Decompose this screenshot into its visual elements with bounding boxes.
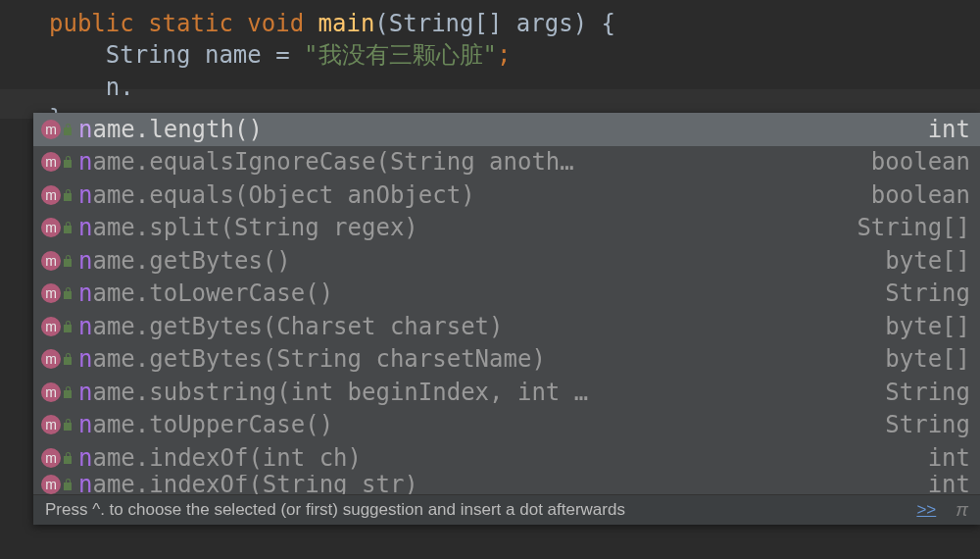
- pi-icon[interactable]: π: [956, 499, 968, 521]
- autocomplete-item[interactable]: mname.indexOf(String str)int: [33, 475, 980, 494]
- item-return-type: byte[]: [885, 247, 970, 275]
- item-label: name.indexOf(int ch): [78, 444, 910, 472]
- code-line-3: n.: [49, 72, 980, 103]
- item-icon-wrap: m: [41, 448, 73, 468]
- autocomplete-item[interactable]: mname.getBytes(Charset charset)byte[]: [33, 310, 980, 343]
- paren-open: (: [374, 10, 388, 37]
- item-label: name.equalsIgnoreCase(String anoth…: [78, 148, 854, 176]
- method-icon: m: [41, 251, 61, 271]
- autocomplete-footer: Press ^. to choose the selected (or firs…: [33, 494, 980, 525]
- item-icon-wrap: m: [41, 283, 73, 303]
- method-icon: m: [41, 382, 61, 402]
- method-icon: m: [41, 317, 61, 336]
- lock-icon: [63, 320, 73, 333]
- item-label: name.getBytes(String charsetName): [78, 345, 867, 373]
- autocomplete-popup: mname.length()intmname.equalsIgnoreCase(…: [33, 113, 980, 525]
- item-icon-wrap: m: [41, 415, 73, 434]
- item-return-type: int: [928, 475, 970, 494]
- item-icon-wrap: m: [41, 152, 73, 172]
- item-icon-wrap: m: [41, 349, 73, 369]
- param-type: String: [389, 10, 474, 37]
- method-icon: m: [41, 120, 61, 139]
- method-icon: m: [41, 218, 61, 237]
- autocomplete-item[interactable]: mname.length()int: [33, 113, 980, 146]
- keyword-static: static: [148, 10, 233, 37]
- item-return-type: boolean: [871, 148, 970, 176]
- item-return-type: byte[]: [885, 345, 970, 373]
- autocomplete-item[interactable]: mname.equals(Object anObject)boolean: [33, 178, 980, 212]
- lock-icon: [63, 478, 73, 491]
- item-label: name.split(String regex): [78, 214, 839, 241]
- item-return-type: String[]: [857, 214, 970, 241]
- autocomplete-item[interactable]: mname.indexOf(int ch)int: [33, 441, 980, 475]
- item-label: name.length(): [78, 116, 910, 143]
- item-icon-wrap: m: [41, 317, 73, 336]
- semicolon: ;: [497, 41, 511, 69]
- method-icon: m: [41, 448, 61, 468]
- footer-hint: Press ^. to choose the selected (or firs…: [45, 500, 916, 520]
- item-icon-wrap: m: [41, 218, 73, 237]
- line3-ident: n: [49, 74, 120, 101]
- lock-icon: [63, 188, 73, 202]
- autocomplete-item[interactable]: mname.getBytes(String charsetName)byte[]: [33, 343, 980, 377]
- autocomplete-list[interactable]: mname.length()intmname.equalsIgnoreCase(…: [33, 113, 980, 494]
- code-line-2: String name = "我没有三颗心脏";: [49, 39, 980, 71]
- item-return-type: String: [885, 379, 970, 406]
- method-icon: m: [41, 415, 61, 434]
- item-return-type: boolean: [871, 181, 970, 209]
- lock-icon: [63, 451, 73, 465]
- item-return-type: int: [928, 444, 970, 472]
- item-return-type: byte[]: [885, 313, 970, 340]
- next-tip-link[interactable]: >>: [916, 500, 936, 520]
- item-return-type: int: [928, 116, 970, 143]
- autocomplete-item[interactable]: mname.substring(int beginIndex, int …Str…: [33, 376, 980, 409]
- keyword-public: public: [49, 10, 134, 37]
- keyword-void: void: [247, 10, 304, 37]
- params-rest: [] args) {: [474, 10, 616, 37]
- autocomplete-item[interactable]: mname.split(String regex)String[]: [33, 212, 980, 245]
- method-icon: m: [41, 283, 61, 303]
- lock-icon: [63, 286, 73, 300]
- code-line-1: public static void main(String[] args) {: [49, 8, 980, 39]
- method-icon: m: [41, 185, 61, 205]
- lock-icon: [63, 385, 73, 399]
- lock-icon: [63, 155, 73, 169]
- item-icon-wrap: m: [41, 382, 73, 402]
- item-label: name.getBytes(Charset charset): [78, 313, 867, 340]
- autocomplete-item[interactable]: mname.getBytes()byte[]: [33, 244, 980, 278]
- item-icon-wrap: m: [41, 120, 73, 139]
- method-name: main: [318, 10, 375, 37]
- lock-icon: [63, 254, 73, 268]
- autocomplete-item[interactable]: mname.toLowerCase()String: [33, 278, 980, 311]
- item-label: name.toUpperCase(): [78, 411, 867, 438]
- lock-icon: [63, 352, 73, 366]
- string-literal: "我没有三颗心脏": [304, 41, 497, 69]
- lock-icon: [63, 123, 73, 136]
- item-label: name.equals(Object anObject): [78, 181, 854, 209]
- item-return-type: String: [885, 411, 970, 438]
- item-icon-wrap: m: [41, 475, 73, 494]
- autocomplete-item[interactable]: mname.toUpperCase()String: [33, 409, 980, 442]
- item-label: name.substring(int beginIndex, int …: [78, 379, 867, 406]
- lock-icon: [63, 418, 73, 432]
- item-return-type: String: [885, 280, 970, 307]
- item-label: name.indexOf(String str): [78, 475, 910, 494]
- item-label: name.getBytes(): [78, 247, 867, 275]
- item-icon-wrap: m: [41, 185, 73, 205]
- autocomplete-item[interactable]: mname.equalsIgnoreCase(String anoth…bool…: [33, 146, 980, 179]
- method-icon: m: [41, 349, 61, 369]
- item-label: name.toLowerCase(): [78, 280, 867, 307]
- item-icon-wrap: m: [41, 251, 73, 271]
- line2-indent: String name =: [49, 41, 304, 69]
- method-icon: m: [41, 152, 61, 172]
- method-icon: m: [41, 475, 61, 494]
- lock-icon: [63, 221, 73, 234]
- line3-dot: .: [120, 74, 133, 101]
